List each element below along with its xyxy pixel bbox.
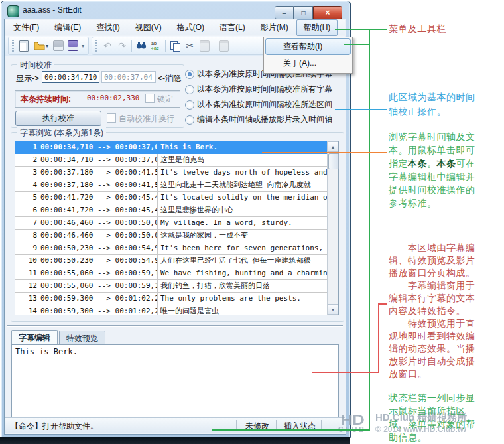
scrollbar-thumb[interactable] bbox=[328, 153, 339, 169]
callout-line-menu bbox=[335, 29, 387, 30]
cut-icon: ✂ bbox=[186, 41, 194, 50]
menu-bar: 文件(F) 编辑(E) 查找(I) 视图(V) 格式(O) 语言(L) 影片(M… bbox=[5, 20, 345, 35]
save-icon bbox=[53, 40, 64, 51]
app-icon bbox=[7, 5, 19, 17]
table-row[interactable]: 200:00:34,710 --> 00:00:37,040这里是伯克岛 bbox=[15, 154, 327, 167]
minimize-button[interactable]: – bbox=[275, 6, 294, 19]
show-time-input[interactable] bbox=[42, 71, 99, 83]
status-message: 【命令】打开帮助文件。 bbox=[11, 421, 98, 432]
annotation-menu-toolbar: 菜单及工具栏 bbox=[389, 22, 446, 35]
window-title: aaa.ass - SrtEdit bbox=[23, 5, 82, 15]
redo-button[interactable]: ↷ bbox=[115, 38, 129, 53]
open-file-button[interactable]: ▾ bbox=[31, 38, 51, 53]
maximize-button[interactable]: □ bbox=[294, 6, 313, 19]
callout-line-editor-top bbox=[378, 303, 387, 305]
table-row[interactable]: 400:00:37,180 --> 00:00:41,580这里向北走十二天就能… bbox=[15, 179, 327, 192]
arrow-up-icon: ▲ bbox=[331, 145, 336, 149]
table-row[interactable]: 800:00:46,460 --> 00:00:50,080这就是我的家园，一成… bbox=[15, 230, 327, 242]
menu-item-view-help[interactable]: 查看帮助(I) bbox=[265, 38, 351, 55]
subtitle-list: 100:00:34,710 --> 00:00:37,040This is Be… bbox=[15, 141, 339, 315]
close-icon: × bbox=[325, 8, 330, 17]
svg-text:ac: ac bbox=[154, 46, 159, 50]
radio-selected-icon bbox=[185, 70, 194, 79]
table-row[interactable]: 1400:00:59,300 --> 00:01:02,290唯一的问题是害虫 bbox=[15, 305, 327, 315]
hide-time-input[interactable] bbox=[101, 71, 156, 83]
menu-help[interactable]: 帮助(H) bbox=[296, 19, 338, 36]
apply-calibration-button[interactable]: 执行校准 bbox=[15, 111, 101, 126]
redo-icon: ↷ bbox=[118, 41, 126, 50]
copy-icon bbox=[170, 41, 180, 51]
table-row[interactable]: 300:00:37,180 --> 00:00:41,580It's twelv… bbox=[15, 167, 327, 179]
vertical-scrollbar[interactable]: ▲ ▼ bbox=[327, 141, 338, 315]
undo-button[interactable]: ↶ bbox=[100, 38, 115, 53]
table-row[interactable]: 1100:00:55,060 --> 00:00:59,160We have f… bbox=[15, 267, 327, 280]
replace-button[interactable]: abac bbox=[149, 38, 163, 53]
scroll-up-button[interactable]: ▲ bbox=[328, 141, 338, 152]
checkbox-icon bbox=[107, 113, 116, 123]
lock-checkbox[interactable]: 锁定 bbox=[145, 94, 173, 105]
menu-edit[interactable]: 编辑(E) bbox=[47, 19, 88, 36]
table-row[interactable]: 600:00:41,720 --> 00:00:45,480这里是悲惨世界的中心 bbox=[15, 204, 327, 217]
replace-icon: abac bbox=[151, 41, 161, 50]
toolbar-band-file: ▾ ▾ bbox=[8, 37, 89, 55]
hide-label: <-消隐 bbox=[158, 73, 181, 84]
group-title: 字幕浏览 (本条为第1条) bbox=[17, 127, 106, 139]
duration-panel: 本条持续时间: 00:00:02,330 锁定 bbox=[15, 90, 180, 108]
callout-line-vertical-green bbox=[369, 29, 370, 431]
status-bar: 【命令】打开帮助文件。 未修改 插入状态 bbox=[5, 417, 345, 433]
radio-all-subtitles[interactable]: 以本条为准按原时间间隔校准所有字幕 bbox=[185, 84, 332, 95]
copy-button[interactable] bbox=[168, 38, 182, 53]
background-window-edge bbox=[0, 437, 350, 444]
clipboard-clock-icon bbox=[219, 40, 229, 52]
table-row[interactable]: 500:00:41,720 --> 00:00:45,480It's locat… bbox=[15, 192, 327, 204]
time-calibration-group: 时间校准 显示-> <-消隐 本条持续时间: 00:00:02,330 锁定 执… bbox=[11, 64, 184, 128]
timed-paste-button[interactable] bbox=[216, 38, 231, 53]
table-row[interactable]: 1300:00:59,300 --> 00:01:02,290The only … bbox=[15, 293, 327, 305]
menu-item-about[interactable]: 关于(A)... bbox=[265, 55, 351, 72]
paste-icon bbox=[200, 40, 210, 52]
toolbar-gripper[interactable] bbox=[95, 40, 97, 52]
menu-format[interactable]: 格式(O) bbox=[170, 19, 212, 36]
title-bar[interactable]: aaa.ass - SrtEdit – □ × bbox=[1, 1, 350, 19]
paste-button[interactable] bbox=[197, 38, 212, 53]
table-row[interactable]: 900:00:50,230 --> 00:00:54,920It's been … bbox=[15, 242, 327, 255]
annotation-timing-area: 此区域为基本的时间 轴校正操作。 bbox=[389, 90, 475, 119]
arrow-down-icon: ▼ bbox=[331, 307, 336, 312]
save-all-icon bbox=[68, 40, 78, 51]
radio-icon bbox=[185, 85, 194, 94]
callout-line-editor-h bbox=[312, 372, 379, 373]
callout-line-selected-row bbox=[262, 152, 387, 153]
menu-file[interactable]: 文件(F) bbox=[6, 19, 46, 36]
radio-edit-timeline[interactable]: 编辑本条时间轴或播放影片录入时间轴 bbox=[185, 114, 332, 125]
toolbar-gripper[interactable] bbox=[12, 40, 14, 52]
table-row[interactable]: 700:00:46,460 --> 00:00:50,080My village… bbox=[15, 217, 327, 230]
menu-find[interactable]: 查找(I) bbox=[89, 19, 127, 36]
splitter-handle[interactable] bbox=[7, 325, 343, 326]
save-all-button[interactable] bbox=[66, 38, 80, 53]
open-folder-icon bbox=[34, 41, 45, 50]
toolbar-separator bbox=[131, 40, 132, 52]
callout-line-editor-v bbox=[378, 303, 379, 373]
new-file-button[interactable] bbox=[17, 38, 31, 53]
chevron-down-icon: ▾ bbox=[82, 44, 84, 48]
save-button[interactable] bbox=[51, 38, 66, 53]
menu-movie[interactable]: 影片(M) bbox=[253, 19, 296, 36]
radio-selected-range[interactable]: 以本条为准按原时间间隔校准所选区间 bbox=[185, 99, 332, 110]
undo-icon: ↶ bbox=[103, 41, 111, 50]
auto-calibrate-checkbox[interactable]: 自动校准并换行 bbox=[107, 113, 174, 125]
table-row[interactable]: 1000:00:50,230 --> 00:00:54,920人们在这里已经生活… bbox=[15, 255, 327, 267]
group-title: 时间校准 bbox=[17, 60, 54, 71]
toolbar-separator bbox=[214, 40, 214, 52]
scroll-down-button[interactable]: ▼ bbox=[328, 304, 338, 315]
maximize-icon: □ bbox=[301, 9, 305, 17]
menu-view[interactable]: 视图(V) bbox=[128, 19, 169, 36]
find-button[interactable] bbox=[134, 38, 149, 53]
radio-icon bbox=[185, 100, 194, 110]
subtitle-text-editor[interactable]: This is Berk. bbox=[12, 345, 338, 418]
toolbar-overflow-button[interactable]: ▾ bbox=[82, 44, 84, 48]
duration-label: 本条持续时间: bbox=[21, 94, 71, 105]
cut-button[interactable]: ✂ bbox=[182, 38, 197, 53]
close-button[interactable]: × bbox=[313, 6, 342, 19]
menu-language[interactable]: 语言(L) bbox=[212, 19, 253, 36]
table-row[interactable]: 1200:00:55,060 --> 00:00:59,160我们钓鱼，打猎，欣… bbox=[15, 280, 327, 293]
